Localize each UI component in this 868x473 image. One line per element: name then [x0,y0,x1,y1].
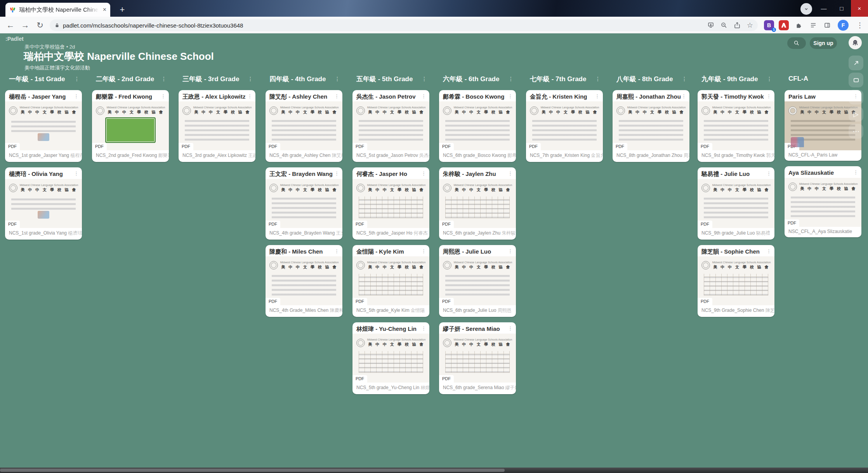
browser-tab[interactable]: 瑞柏中文學校 Naperville Chinese × [5,3,110,17]
extensions-puzzle-icon[interactable] [791,17,806,33]
post-attachment-preview[interactable]: Midwest Chinese Language Schools Associa… [5,101,82,150]
forward-icon[interactable]: → [18,17,33,33]
new-tab-button[interactable]: + [116,4,128,16]
post-menu-icon[interactable]: ⋮ [421,248,426,254]
post-card[interactable]: 周熙恩 - Julie Luo⋮ Midwest Chinese Languag… [439,245,516,317]
post-menu-icon[interactable]: ⋮ [508,248,513,254]
scrollbar-thumb[interactable] [0,469,505,472]
side-panel-icon[interactable] [820,17,835,33]
browser-menu-icon[interactable]: ⋮ [854,17,866,33]
post-attachment-preview[interactable]: Midwest Chinese Language Schools Associa… [352,256,429,305]
post-attachment-preview[interactable]: Midwest Chinese Language Schools Associa… [698,179,774,228]
search-button[interactable] [787,37,806,49]
column-menu-icon[interactable]: ⋮ [248,76,253,82]
post-attachment-preview[interactable]: Midwest Chinese Language Schools Associa… [439,179,516,228]
post-card[interactable]: 王文宏 - Brayden Wang⋮ Midwest Chinese Lang… [266,167,342,239]
slideshow-button[interactable] [849,73,863,87]
post-attachment-preview[interactable]: Midwest Chinese Language Schools Associa… [266,179,342,228]
post-attachment-preview[interactable]: Midwest Chinese Language Schools Associa… [785,178,861,227]
post-card[interactable]: 周嘉熙 - Jonathan Zhou⋮ Midwest Chinese Lan… [613,90,689,162]
post-card[interactable]: 楊程岳 - Jasper Yang⋮ Midwest Chinese Langu… [5,90,82,162]
column-menu-icon[interactable]: ⋮ [508,76,514,82]
post-card[interactable]: 金愷陽 - Kyle Kim⋮ Midwest Chinese Language… [352,245,429,317]
bookmark-star-icon[interactable]: ☆ [747,22,753,29]
post-card[interactable]: 繆子妍 - Serena Miao⋮ Midwest Chinese Langu… [439,322,516,394]
post-card[interactable]: 鄺希霖 - Bosco Kwong⋮ Midwest Chinese Langu… [439,90,516,162]
post-card[interactable]: 郭天發 - Timothy Kwok⋮ Midwest Chinese Lang… [698,90,774,162]
minimize-button[interactable]: — [815,0,832,17]
close-button[interactable]: × [851,0,868,17]
post-menu-icon[interactable]: ⋮ [681,93,686,99]
play-button[interactable]: ▷ [849,107,863,122]
post-menu-icon[interactable]: ⋮ [766,170,771,176]
reading-list-icon[interactable] [806,17,821,33]
post-menu-icon[interactable]: ⋮ [247,93,252,99]
post-card[interactable]: 王政恩 - Alex Lipkowitz⋮ Midwest Chinese La… [179,90,255,162]
post-attachment-preview[interactable]: Midwest Chinese Language Schools Associa… [439,101,516,150]
post-attachment-preview[interactable]: Midwest Chinese Language Schools Associa… [439,256,516,305]
padlet-logo[interactable]: :Padlet [5,36,24,42]
post-card[interactable]: 陳慶和 - Miles Chen⋮ Midwest Chinese Langua… [266,245,342,317]
post-card[interactable]: 朱梓駿 - Jaylen Zhu⋮ Midwest Chinese Langua… [439,167,516,239]
column-menu-icon[interactable]: ⋮ [74,76,80,82]
post-menu-icon[interactable]: ⋮ [334,248,339,254]
column-menu-icon[interactable]: ⋮ [335,76,340,82]
post-attachment-preview[interactable]: Midwest Chinese Language Schools Associa… [439,334,516,383]
post-card[interactable]: Aya Slizauskatie⋮ Midwest Chinese Langua… [785,166,861,237]
column-menu-icon[interactable]: ⋮ [767,76,772,82]
post-card[interactable]: 金旨允 - Kristen King⋮ Midwest Chinese Lang… [526,90,603,162]
post-card[interactable]: 林煜瑋 - Yu-Cheng Lin⋮ Midwest Chinese Lang… [352,322,429,394]
user-avatar[interactable] [849,36,862,49]
horizontal-scrollbar[interactable] [0,468,868,473]
signup-button[interactable]: Sign up [810,37,837,49]
post-attachment-preview[interactable]: Midwest Chinese Language Schools Associa… [613,101,689,150]
url-text[interactable]: padlet.com/mclsaschools/naperville-chine… [63,22,243,29]
post-menu-icon[interactable]: ⋮ [508,170,513,176]
post-card[interactable]: 陳艾彤 - Ashley Chen⋮ Midwest Chinese Langu… [266,90,342,162]
notifications-button[interactable] [849,90,863,104]
post-attachment-preview[interactable]: Midwest Chinese Language Schools Associa… [352,101,429,150]
post-menu-icon[interactable]: ⋮ [421,325,426,331]
post-attachment-preview[interactable]: Midwest Chinese Language Schools Associa… [266,101,342,150]
post-card[interactable]: 楊濟琣 - Olivia Yang⋮ Midwest Chinese Langu… [5,167,82,239]
post-card[interactable]: 吳杰生 - Jason Petrov⋮ Midwest Chinese Lang… [352,90,429,162]
back-icon[interactable]: ← [3,17,18,33]
profile-avatar[interactable]: F [838,20,849,31]
post-menu-icon[interactable]: ⋮ [74,93,79,99]
adobe-acrobat-extension-icon[interactable] [779,20,789,30]
maximize-button[interactable]: □ [833,0,850,17]
share-board-button[interactable] [849,56,863,70]
post-menu-icon[interactable]: ⋮ [161,93,166,99]
post-menu-icon[interactable]: ⋮ [766,93,771,99]
post-attachment-preview[interactable]: Midwest Chinese Language Schools Associa… [5,179,82,228]
post-attachment-preview[interactable]: Midwest Chinese Language Schools Associa… [179,101,255,150]
post-menu-icon[interactable]: ⋮ [766,248,771,254]
post-attachment-preview[interactable]: Midwest Chinese Language Schools Associa… [698,256,774,305]
reload-icon[interactable]: ↻ [33,17,47,33]
install-app-icon[interactable] [707,22,714,29]
post-menu-icon[interactable]: ⋮ [74,170,79,176]
post-menu-icon[interactable]: ⋮ [508,93,513,99]
post-menu-icon[interactable]: ⋮ [853,169,858,175]
post-menu-icon[interactable]: ⋮ [421,93,426,99]
more-options-button[interactable]: ⋯ [849,124,863,139]
address-bar[interactable]: padlet.com/mclsaschools/naperville-chine… [50,19,758,31]
post-menu-icon[interactable]: ⋮ [595,93,600,99]
zoom-control-icon[interactable] [720,22,727,29]
column-menu-icon[interactable]: ⋮ [682,76,687,82]
post-card[interactable]: 鄺樂霖 - Fred Kwong⋮ Midwest Chinese Langua… [92,90,169,162]
post-attachment-preview[interactable]: Midwest Chinese Language Schools Associa… [92,101,169,150]
column-menu-icon[interactable]: ⋮ [422,76,427,82]
post-menu-icon[interactable]: ⋮ [421,170,426,176]
post-menu-icon[interactable]: ⋮ [334,93,339,99]
post-menu-icon[interactable]: ⋮ [334,170,339,176]
post-card[interactable]: 何睿杰 - Jasper Ho⋮ Midwest Chinese Languag… [352,167,429,239]
column-menu-icon[interactable]: ⋮ [595,76,601,82]
board-author[interactable]: 美中中文學校協會 [24,44,65,50]
tab-search-button[interactable] [800,3,812,15]
post-attachment-preview[interactable]: Midwest Chinese Language Schools Associa… [698,101,774,150]
column-menu-icon[interactable]: ⋮ [161,76,167,82]
post-card[interactable]: 駱易禮 - Julie Luo⋮ Midwest Chinese Languag… [698,167,774,239]
post-attachment-preview[interactable]: Midwest Chinese Language Schools Associa… [352,179,429,228]
post-card[interactable]: 陳芝韻 - Sophie Chen⋮ Midwest Chinese Langu… [698,245,774,317]
